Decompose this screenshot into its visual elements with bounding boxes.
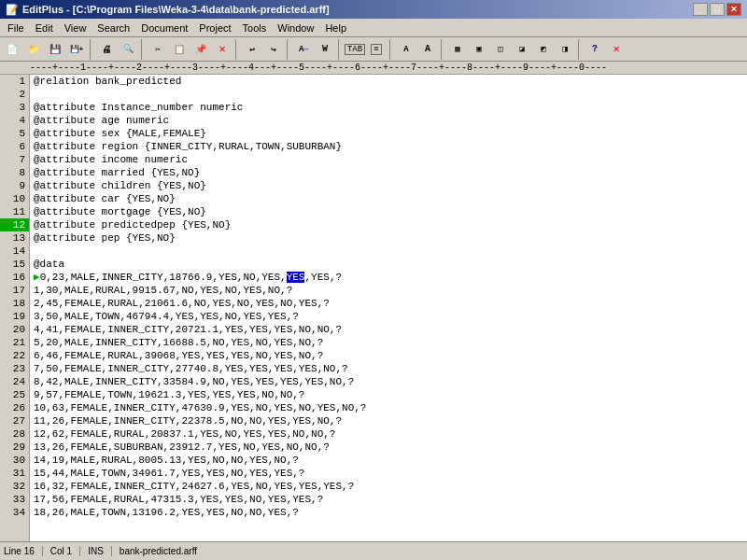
find-button[interactable]: W: [315, 39, 335, 60]
find-replace-button[interactable]: A↔: [293, 39, 314, 60]
line-number-3: 3: [0, 101, 29, 114]
line-number-6: 6: [0, 140, 29, 153]
menu-document[interactable]: Document: [135, 21, 193, 35]
code-line-1: @relation bank_predicted: [30, 75, 747, 88]
status-line: Line 16: [4, 546, 43, 556]
app-icon: 📝: [6, 4, 19, 16]
toolbar-separator-4: [287, 39, 290, 60]
line-number-21: 21: [0, 336, 29, 349]
align-button[interactable]: ≡: [366, 39, 387, 60]
bold-button[interactable]: A: [417, 39, 438, 60]
line-number-27: 27: [0, 414, 29, 427]
code-line-23: 7,50,FEMALE,INNER_CITY,27740.8,YES,YES,Y…: [30, 362, 747, 375]
code-line-14: [30, 245, 747, 258]
line-number-14: 14: [0, 245, 29, 258]
toolbar-separator-1: [90, 39, 93, 60]
code-line-4: @attribute age numeric: [30, 114, 747, 127]
menu-file[interactable]: File: [2, 21, 30, 35]
line-number-8: 8: [0, 166, 29, 179]
code-line-18: 2,45,FEMALE,RURAL,21061.6,NO,YES,NO,YES,…: [30, 297, 747, 310]
line-number-4: 4: [0, 114, 29, 127]
title-bar-controls: _ □ ✕: [693, 3, 741, 16]
toolbar-separator-6: [389, 39, 393, 60]
status-col: Col 1: [50, 546, 80, 556]
save-button[interactable]: 💾: [45, 39, 65, 60]
line-number-15: 15: [0, 258, 29, 271]
code-line-10: @attribute car {YES,NO}: [30, 192, 747, 205]
btn5[interactable]: ◩: [533, 39, 554, 60]
print-preview-button[interactable]: 🔍: [118, 39, 138, 60]
tab-button[interactable]: TAB: [345, 39, 365, 60]
line-number-25: 25: [0, 388, 29, 401]
new-button[interactable]: 📄: [2, 39, 22, 60]
delete-button[interactable]: ✕: [212, 39, 233, 60]
save-all-button[interactable]: 💾+: [66, 39, 87, 60]
line-number-19: 19: [0, 310, 29, 323]
line-numbers: 1234567891011121314151617181920212223242…: [0, 75, 30, 541]
toolbar-separator-2: [141, 39, 145, 60]
menu-edit[interactable]: Edit: [30, 21, 59, 35]
code-line-34: 18,26,MALE,TOWN,13196.2,YES,YES,NO,NO,YE…: [30, 506, 747, 519]
toolbar: 📄 📁 💾 💾+ 🖨 🔍 ✂ 📋 📌 ✕ ↩ ↪ A↔ W TAB ≡ A A …: [0, 37, 747, 62]
line-number-17: 17: [0, 284, 29, 297]
btn2[interactable]: ▣: [469, 39, 489, 60]
btn4[interactable]: ◪: [512, 39, 532, 60]
code-line-3: @attribute Instance_number numeric: [30, 101, 747, 114]
code-line-30: 14,19,MALE,RURAL,8005.13,YES,NO,NO,YES,N…: [30, 454, 747, 467]
line-number-20: 20: [0, 323, 29, 336]
close-button[interactable]: ✕: [726, 3, 741, 16]
line-number-7: 7: [0, 153, 29, 166]
code-line-28: 12,62,FEMALE,RURAL,20837.1,YES,NO,YES,YE…: [30, 427, 747, 441]
menu-project[interactable]: Project: [193, 21, 236, 35]
minimize-button[interactable]: _: [693, 3, 708, 16]
print-button[interactable]: 🖨: [96, 39, 117, 60]
line-number-33: 33: [0, 493, 29, 506]
line-number-12: 12: [0, 218, 29, 231]
undo-button[interactable]: ↩: [242, 39, 262, 60]
close-doc-button[interactable]: ✕: [606, 39, 627, 60]
title-text: EditPlus - [C:\Program Files\Weka-3-4\da…: [22, 4, 330, 15]
menu-view[interactable]: View: [59, 21, 92, 35]
btn3[interactable]: ◫: [490, 39, 511, 60]
code-line-27: 11,26,FEMALE,INNER_CITY,22378.5,NO,NO,YE…: [30, 414, 747, 427]
line-number-23: 23: [0, 362, 29, 375]
code-line-13: @attribute pep {YES,NO}: [30, 231, 747, 245]
code-line-21: 5,20,MALE,INNER_CITY,16688.5,NO,YES,NO,Y…: [30, 336, 747, 349]
toolbar-separator-8: [578, 39, 582, 60]
current-line-arrow: ▶: [34, 272, 40, 283]
menu-tools[interactable]: Tools: [237, 21, 273, 35]
open-button[interactable]: 📁: [23, 39, 44, 60]
code-line-7: @attribute income numeric: [30, 153, 747, 166]
code-area[interactable]: @relation bank_predicted@attribute Insta…: [30, 75, 747, 541]
menu-window[interactable]: Window: [272, 21, 319, 35]
paste-button[interactable]: 📌: [190, 39, 211, 60]
line-number-30: 30: [0, 454, 29, 467]
code-line-6: @attribute region {INNER_CITY,RURAL,TOWN…: [30, 140, 747, 153]
code-line-29: 13,26,FEMALE,SUBURBAN,23912.7,YES,NO,YES…: [30, 441, 747, 454]
menu-help[interactable]: Help: [319, 21, 352, 35]
copy-button[interactable]: 📋: [169, 39, 190, 60]
btn1[interactable]: ▦: [447, 39, 468, 60]
line-number-13: 13: [0, 231, 29, 245]
title-bar-left: 📝 EditPlus - [C:\Program Files\Weka-3-4\…: [6, 4, 330, 16]
line-number-9: 9: [0, 179, 29, 192]
code-line-20: 4,41,FEMALE,INNER_CITY,20721.1,YES,YES,Y…: [30, 323, 747, 336]
maximize-button[interactable]: □: [710, 3, 725, 16]
toolbar-separator-3: [235, 39, 239, 60]
redo-button[interactable]: ↪: [263, 39, 284, 60]
cut-button[interactable]: ✂: [148, 39, 168, 60]
help-button[interactable]: ?: [585, 39, 605, 60]
code-line-17: 1,30,MALE,RURAL,9915.67,NO,YES,NO,YES,NO…: [30, 284, 747, 297]
code-line-9: @attribute children {YES,NO}: [30, 179, 747, 192]
code-line-5: @attribute sex {MALE,FEMALE}: [30, 127, 747, 140]
btn6[interactable]: ◨: [555, 39, 575, 60]
line-number-32: 32: [0, 480, 29, 493]
line-number-29: 29: [0, 441, 29, 454]
line-number-28: 28: [0, 427, 29, 441]
line-number-31: 31: [0, 467, 29, 480]
title-bar: 📝 EditPlus - [C:\Program Files\Weka-3-4\…: [0, 0, 747, 19]
code-line-16: ▶0,23,MALE,INNER_CITY,18766.9,YES,NO,YES…: [30, 271, 747, 284]
line-number-22: 22: [0, 349, 29, 362]
menu-search[interactable]: Search: [92, 21, 135, 35]
spell-button[interactable]: A: [396, 39, 416, 60]
